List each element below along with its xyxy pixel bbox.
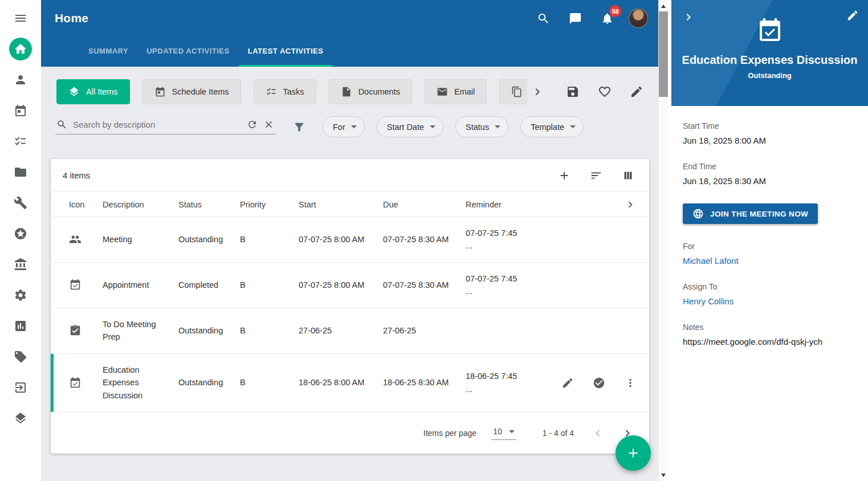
start-date-dropdown[interactable]: Start Date: [377, 116, 443, 137]
row-more-button[interactable]: [624, 377, 637, 389]
cell-description: Meeting: [103, 223, 178, 255]
table-row-selected[interactable]: Education Expenses Discussion Outstandin…: [51, 354, 649, 412]
refresh-button[interactable]: [247, 119, 258, 130]
globe-icon: [692, 208, 704, 219]
page-title: Home: [55, 11, 88, 25]
clear-search-button[interactable]: [263, 119, 274, 130]
search-icon: [537, 12, 550, 25]
cell-start: 27-06-25: [299, 315, 383, 347]
cell-due: 07-07-25 8:30 AM: [383, 223, 466, 255]
sidebar-item-tools[interactable]: [9, 191, 32, 214]
kebab-menu-icon: [624, 377, 637, 389]
table-row[interactable]: To Do Meeting Prep Outstanding B 27-06-2…: [51, 308, 649, 354]
status-dropdown[interactable]: Status: [455, 116, 508, 137]
favorite-button[interactable]: [598, 85, 612, 99]
add-activity-fab[interactable]: [616, 435, 651, 471]
user-avatar[interactable]: [629, 9, 648, 28]
app-header: Home 58 SUMMARY UPDATED ACTIVITIES LATES…: [41, 0, 658, 67]
columns-icon: [622, 169, 634, 182]
search-input[interactable]: [73, 120, 241, 129]
tasks-label: Tasks: [283, 87, 304, 96]
sort-button[interactable]: [590, 169, 602, 182]
scroll-down-button[interactable]: [659, 470, 668, 480]
column-icon: Icon: [69, 200, 103, 209]
table-row[interactable]: Appointment Completed B 07-07-25 8:00 AM…: [51, 263, 649, 308]
results-card-header: 4 items: [51, 159, 649, 191]
sidebar-item-tags[interactable]: [9, 345, 32, 368]
filter-button[interactable]: [293, 121, 305, 133]
collapse-panel-button[interactable]: [682, 10, 695, 24]
email-button[interactable]: Email: [425, 79, 487, 104]
items-per-page-label: Items per page: [423, 429, 476, 438]
assign-to-label: Assign To: [683, 282, 857, 291]
notifications-button[interactable]: 58: [596, 7, 618, 30]
sidebar-item-home[interactable]: [9, 38, 32, 60]
sidebar-item-reports[interactable]: [9, 315, 32, 337]
cell-status: Outstanding: [178, 223, 240, 255]
for-value-link[interactable]: Michael Lafont: [683, 256, 857, 266]
search-button[interactable]: [532, 7, 555, 30]
page-size-value: 10: [493, 427, 502, 436]
join-meeting-button[interactable]: JOIN THE MEETING NOW: [683, 203, 818, 224]
add-item-button[interactable]: [558, 169, 570, 182]
toolbar-button-strip: All Items Schedule Items Tasks Documents…: [56, 79, 527, 104]
for-dropdown[interactable]: For: [323, 116, 365, 137]
calendar-check-icon: [69, 377, 103, 389]
row-complete-button[interactable]: [593, 377, 605, 389]
vertical-scrollbar[interactable]: [658, 0, 668, 481]
toolbar-actions: [566, 85, 649, 99]
page-size-select[interactable]: 10: [491, 426, 516, 440]
sidebar-item-documents[interactable]: [9, 161, 32, 184]
tab-updated-activities[interactable]: UPDATED ACTIVITIES: [137, 36, 239, 67]
columns-button[interactable]: [622, 169, 634, 182]
cell-start: 18-06-25 8:00 AM: [299, 366, 383, 398]
assign-to-value-link[interactable]: Henry Collins: [683, 296, 857, 306]
clipped-toolbar-button[interactable]: [499, 79, 527, 104]
for-label: For: [683, 242, 857, 251]
table-row[interactable]: Meeting Outstanding B 07-07-25 8:00 AM 0…: [51, 217, 649, 263]
sidebar-item-contacts[interactable]: [9, 68, 32, 91]
chat-icon: [569, 12, 582, 25]
sidebar-item-sign-out[interactable]: [9, 376, 32, 399]
menu-button[interactable]: [9, 7, 32, 30]
sidebar-item-settings[interactable]: [9, 284, 32, 307]
email-label: Email: [454, 87, 475, 96]
sidebar-item-layers[interactable]: [9, 407, 32, 430]
sidebar-item-tasks[interactable]: [9, 130, 32, 153]
column-priority: Priority: [240, 200, 299, 209]
notification-badge: 58: [609, 5, 621, 17]
envelope-icon: [437, 86, 448, 97]
copy-icon: [511, 86, 523, 97]
documents-button[interactable]: Documents: [329, 79, 412, 104]
check-circle-icon: [593, 377, 605, 389]
columns-scroll-right-button[interactable]: [624, 198, 649, 211]
schedule-items-button[interactable]: Schedule Items: [142, 79, 241, 104]
row-edit-button[interactable]: [561, 377, 574, 389]
all-items-button[interactable]: All Items: [56, 79, 130, 104]
tasks-button[interactable]: Tasks: [254, 79, 316, 104]
template-dropdown[interactable]: Template: [520, 116, 584, 137]
scrollbar-thumb[interactable]: [659, 11, 668, 97]
detail-edit-button[interactable]: [846, 9, 859, 22]
cell-priority: B: [240, 315, 299, 347]
cell-priority: B: [240, 223, 299, 255]
cell-priority: B: [240, 366, 299, 398]
cell-status: Completed: [178, 269, 240, 301]
save-button[interactable]: [566, 85, 580, 99]
chat-button[interactable]: [564, 7, 586, 30]
column-due: Due: [383, 200, 466, 209]
calendar-icon: [154, 86, 166, 97]
scroll-up-button[interactable]: [659, 1, 668, 11]
toolbar-scroll-right-button[interactable]: [531, 85, 544, 99]
tab-latest-activities[interactable]: LATEST ACTIVITIES: [239, 36, 333, 67]
document-icon: [341, 86, 352, 97]
sidebar-item-favorites[interactable]: [9, 222, 32, 245]
previous-page-button[interactable]: [591, 426, 605, 440]
sidebar-item-calendar[interactable]: [9, 99, 32, 122]
column-reminder: Reminder: [466, 200, 535, 209]
template-dropdown-label: Template: [531, 123, 564, 132]
tab-summary[interactable]: SUMMARY: [79, 36, 137, 67]
sidebar-item-accounts[interactable]: [9, 253, 32, 276]
start-time-value: Jun 18, 2025 8:00 AM: [683, 136, 857, 145]
edit-button[interactable]: [630, 85, 643, 99]
